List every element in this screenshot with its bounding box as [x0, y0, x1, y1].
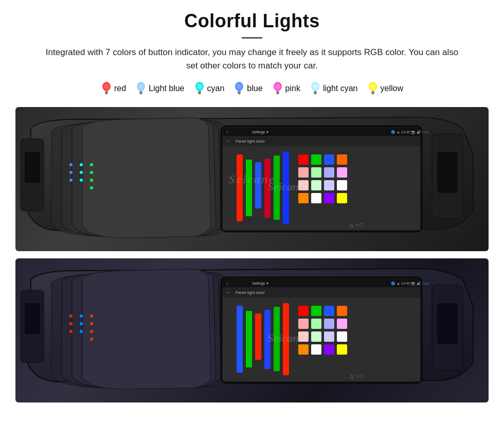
svg-rect-97	[246, 311, 252, 367]
svg-rect-105	[337, 306, 347, 316]
svg-rect-10	[198, 91, 201, 93]
svg-rect-62	[337, 167, 347, 178]
svg-rect-111	[311, 331, 321, 342]
svg-point-21	[313, 84, 318, 89]
svg-rect-106	[298, 319, 309, 329]
svg-point-38	[69, 171, 73, 174]
svg-point-77	[90, 314, 93, 318]
svg-rect-23	[314, 93, 316, 94]
svg-rect-109	[337, 319, 347, 329]
bulb-icon-yellow	[367, 81, 379, 96]
svg-rect-103	[311, 306, 321, 316]
svg-point-39	[69, 179, 73, 182]
svg-point-78	[90, 322, 93, 325]
color-label-cyan: cyan	[207, 84, 225, 93]
svg-rect-98	[255, 313, 261, 360]
color-label-red: red	[114, 84, 126, 93]
color-label-blue: blue	[247, 84, 262, 93]
bulb-icon-cyan	[194, 81, 205, 96]
svg-point-79	[90, 330, 93, 333]
svg-rect-6	[139, 91, 142, 93]
svg-rect-96	[237, 306, 243, 373]
svg-point-35	[80, 171, 83, 174]
svg-point-30	[90, 163, 93, 166]
svg-rect-58	[337, 154, 347, 165]
car-svg-1: ⌂ Settings ✦ 🔵 ▲ 14:40 📷 🔊 □ ▭ ← Panel l…	[15, 113, 489, 244]
svg-point-33	[90, 186, 93, 189]
svg-rect-11	[198, 93, 201, 94]
svg-text:Settings  ✦: Settings ✦	[252, 130, 269, 134]
svg-rect-19	[276, 93, 279, 94]
svg-rect-2	[105, 91, 108, 93]
svg-rect-15	[238, 93, 241, 94]
svg-rect-69	[324, 193, 334, 203]
svg-text:Seicane: Seicane	[267, 331, 304, 344]
color-item-blue: blue	[233, 81, 262, 96]
svg-rect-104	[324, 306, 334, 316]
svg-text:Panel light color: Panel light color	[236, 290, 265, 295]
bulb-icon-blue	[233, 81, 245, 96]
svg-rect-3	[105, 93, 108, 94]
svg-point-85	[69, 322, 73, 325]
color-item-light-cyan: light cyan	[310, 81, 358, 96]
svg-rect-50	[246, 160, 252, 216]
svg-rect-68	[311, 193, 321, 203]
svg-text:🔵 ▲ 14:40 📷 🔊 □ ▭: 🔵 ▲ 14:40 📷 🔊 □ ▭	[391, 281, 429, 286]
page-title: Colorful Lights	[15, 10, 489, 32]
svg-point-84	[69, 314, 73, 318]
svg-rect-114	[298, 344, 309, 355]
svg-text:←: ←	[225, 138, 230, 144]
svg-rect-61	[324, 167, 334, 178]
color-item-light-blue: Light blue	[135, 81, 184, 96]
title-divider	[242, 37, 262, 39]
svg-text:⌂: ⌂	[226, 282, 228, 285]
bulb-icon-pink	[272, 81, 283, 96]
svg-rect-112	[324, 331, 334, 342]
svg-rect-66	[337, 180, 347, 190]
svg-rect-116	[324, 344, 334, 355]
bulb-icon-light-cyan	[310, 81, 321, 96]
color-indicators: red Light blue cyan	[15, 81, 489, 96]
svg-point-5	[138, 84, 143, 89]
svg-rect-67	[298, 193, 309, 203]
svg-point-13	[237, 84, 242, 89]
svg-rect-117	[337, 344, 347, 355]
svg-rect-29	[25, 152, 40, 183]
svg-point-36	[80, 179, 83, 182]
svg-rect-22	[314, 91, 317, 93]
svg-point-81	[80, 314, 83, 318]
color-label-yellow: yellow	[381, 84, 403, 93]
svg-rect-102	[298, 306, 309, 316]
svg-point-17	[275, 84, 280, 89]
svg-rect-76	[25, 303, 40, 334]
svg-point-32	[90, 179, 93, 182]
svg-rect-14	[238, 91, 241, 93]
svg-rect-113	[337, 331, 347, 342]
svg-text:△  ○  □: △ ○ □	[350, 373, 363, 379]
svg-rect-73	[437, 152, 458, 193]
svg-point-1	[104, 84, 109, 89]
svg-point-25	[370, 84, 375, 89]
svg-rect-49	[237, 154, 243, 221]
svg-rect-64	[311, 180, 321, 190]
svg-text:⌂: ⌂	[226, 130, 228, 134]
svg-point-31	[90, 171, 93, 174]
svg-rect-120	[437, 303, 458, 344]
svg-rect-70	[337, 193, 347, 203]
svg-rect-56	[311, 154, 321, 165]
svg-point-37	[69, 163, 73, 166]
svg-rect-65	[324, 180, 334, 190]
svg-point-80	[90, 338, 93, 341]
header-section: Colorful Lights Integrated with 7 colors…	[15, 10, 489, 73]
svg-rect-107	[311, 319, 321, 329]
color-label-light-blue: Light blue	[149, 84, 184, 93]
svg-text:Panel light color: Panel light color	[236, 139, 265, 144]
svg-rect-108	[324, 319, 334, 329]
svg-text:Seicane: Seicane	[267, 180, 304, 193]
svg-rect-115	[311, 344, 321, 355]
svg-rect-59	[298, 167, 309, 178]
color-item-pink: pink	[272, 81, 300, 96]
svg-rect-51	[255, 162, 261, 208]
svg-rect-18	[276, 91, 279, 93]
page-container: Colorful Lights Integrated with 7 colors…	[0, 0, 504, 418]
